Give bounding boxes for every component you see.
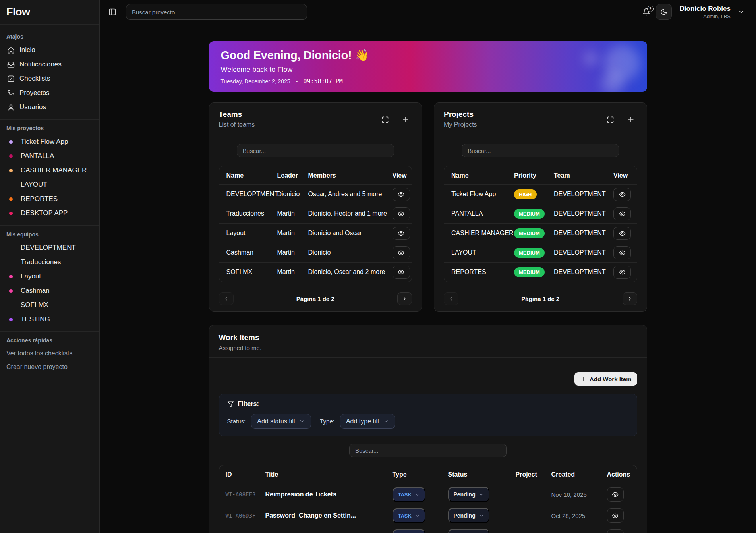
- view-team-button[interactable]: [393, 227, 410, 240]
- sidebar-team-layout[interactable]: Layout: [5, 269, 95, 284]
- projects-search-input[interactable]: [462, 144, 619, 157]
- projects-table-header: Name Priority Team View: [444, 166, 637, 184]
- sidebar-item-label: PANTALLA: [21, 152, 54, 160]
- expand-projects-button[interactable]: [604, 114, 617, 126]
- view-work-item-button[interactable]: [607, 529, 624, 533]
- team-color-dot: [9, 303, 13, 307]
- help-badge[interactable]: ?: [647, 6, 654, 12]
- col-name: Name: [451, 172, 514, 179]
- sidebar-team-sofi-mx[interactable]: SOFI MX: [5, 298, 95, 312]
- sidebar-project-reportes[interactable]: REPORTES: [5, 192, 95, 206]
- chevron-down-icon: [299, 418, 305, 424]
- prev-page-button[interactable]: [219, 292, 234, 305]
- project-color-dot: [9, 183, 13, 187]
- inbox-icon: [7, 61, 15, 68]
- team-members: Dionicio, Hector and 1 more: [308, 210, 393, 217]
- notifications-button[interactable]: ?: [642, 8, 650, 16]
- work-items-title: Work Items: [219, 333, 637, 342]
- view-project-button[interactable]: [613, 188, 631, 201]
- view-project-button[interactable]: [613, 227, 631, 240]
- moon-icon: [660, 8, 667, 15]
- add-work-item-label: Add Work Item: [590, 376, 632, 382]
- link-ver-todos-los-checklists[interactable]: Ver todos los checklists: [5, 347, 95, 360]
- type-dropdown[interactable]: TASK: [393, 487, 425, 502]
- view-project-button[interactable]: [613, 246, 631, 259]
- home-icon: [7, 46, 15, 54]
- user-block[interactable]: Dionicio Robles Admin, LBS: [680, 5, 731, 19]
- banner-time: 09:58:07 PM: [304, 78, 343, 85]
- panel-left-icon: [108, 8, 116, 16]
- projects-pagination: Página 1 de 2: [444, 292, 637, 305]
- add-work-item-button[interactable]: Add Work Item: [574, 372, 637, 386]
- check-square-icon: [7, 75, 15, 83]
- col-leader: Leader: [277, 172, 308, 179]
- sidebar-project-layout[interactable]: LAYOUT: [5, 178, 95, 192]
- expand-teams-button[interactable]: [379, 114, 391, 126]
- sidebar-item-notificaciones[interactable]: Notificaciones: [5, 57, 95, 71]
- next-page-button[interactable]: [623, 292, 637, 305]
- team-members: Dionicio and Oscar: [308, 230, 393, 237]
- sidebar-project-ticket-flow-app[interactable]: Ticket Flow App: [5, 135, 95, 149]
- sidebar-team-developtment[interactable]: DEVELOPTMENT: [5, 241, 95, 255]
- link-crear-nuevo-proyecto[interactable]: Crear nuevo proyecto: [5, 360, 95, 374]
- view-project-button[interactable]: [613, 266, 631, 279]
- teams-table-header: Name Leader Members View: [219, 166, 412, 184]
- view-team-button[interactable]: [393, 246, 410, 259]
- status-dropdown[interactable]: Pending: [448, 508, 489, 523]
- view-work-item-button[interactable]: [607, 508, 624, 523]
- theme-toggle-button[interactable]: [656, 4, 672, 20]
- user-name: Dionicio Robles: [680, 5, 731, 13]
- sidebar-item-usuarios[interactable]: Usuarios: [5, 100, 95, 114]
- section-label-acciones-rapidas: Acciones rápidas: [5, 332, 95, 347]
- chevron-right-icon: [402, 296, 408, 302]
- plus-icon: [402, 116, 410, 124]
- sidebar-team-traducciones[interactable]: Traducciones: [5, 255, 95, 269]
- col-view: View: [393, 172, 407, 179]
- sidebar-project-cashier-manager[interactable]: CASHIER MANAGER: [5, 163, 95, 178]
- projects-table: Name Priority Team View Ticket Flow App …: [444, 166, 637, 282]
- teams-card-subtitle: List of teams: [219, 121, 255, 128]
- type-value: TASK: [398, 513, 412, 519]
- col-type: Type: [393, 471, 448, 478]
- view-team-button[interactable]: [393, 188, 410, 201]
- prev-page-button[interactable]: [444, 292, 458, 305]
- view-project-button[interactable]: [613, 207, 631, 220]
- add-project-button[interactable]: [625, 113, 637, 126]
- next-page-button[interactable]: [397, 292, 412, 305]
- sidebar-toggle-button[interactable]: [106, 6, 119, 18]
- type-filter-dropdown[interactable]: Add type filt: [340, 414, 395, 429]
- view-work-item-button[interactable]: [607, 487, 624, 502]
- view-team-button[interactable]: [393, 266, 410, 279]
- search-input[interactable]: [126, 4, 307, 20]
- project-team: DEVELOPTMENT: [554, 249, 613, 256]
- type-dropdown[interactable]: TASK: [393, 529, 425, 533]
- sidebar-project-pantalla[interactable]: PANTALLA: [5, 149, 95, 163]
- status-filter-value: Add status filt: [257, 418, 295, 425]
- table-row: PANTALLA MEDIUM DEVELOPTMENT: [444, 204, 637, 223]
- project-color-dot: [9, 212, 13, 215]
- teams-search-input[interactable]: [237, 144, 394, 157]
- status-filter-dropdown[interactable]: Add status filt: [251, 414, 311, 429]
- teams-card-header: Teams List of teams: [209, 103, 422, 134]
- col-created: Created: [551, 471, 607, 478]
- work-items-search-input[interactable]: [349, 444, 507, 457]
- col-title: Title: [265, 471, 393, 478]
- type-dropdown[interactable]: TASK: [393, 508, 425, 523]
- status-dropdown[interactable]: Pending: [448, 529, 489, 533]
- view-team-button[interactable]: [393, 207, 410, 220]
- work-items-table-header: ID Title Type Status Project Created Act…: [219, 465, 637, 484]
- sidebar-item-inicio[interactable]: Inicio: [5, 43, 95, 57]
- status-dropdown[interactable]: Pending: [448, 487, 489, 502]
- table-row: Traducciones Martin Dionicio, Hector and…: [219, 204, 412, 223]
- sidebar-item-proyectos[interactable]: Proyectos: [5, 86, 95, 100]
- user-menu-button[interactable]: [736, 7, 746, 17]
- team-name: Traducciones: [226, 210, 277, 217]
- add-team-button[interactable]: [399, 113, 412, 126]
- sidebar-item-checklists[interactable]: Checklists: [5, 71, 95, 86]
- sidebar-item-label: DESKTOP APP: [21, 209, 68, 217]
- sidebar-item-label: SOFI MX: [21, 301, 48, 309]
- sidebar-team-cashman[interactable]: Cashman: [5, 284, 95, 298]
- sidebar-project-desktop-app[interactable]: DESKTOP APP: [5, 206, 95, 220]
- sidebar-team-testing[interactable]: TESTING: [5, 312, 95, 326]
- team-name: DEVELOPTMENT: [226, 191, 277, 198]
